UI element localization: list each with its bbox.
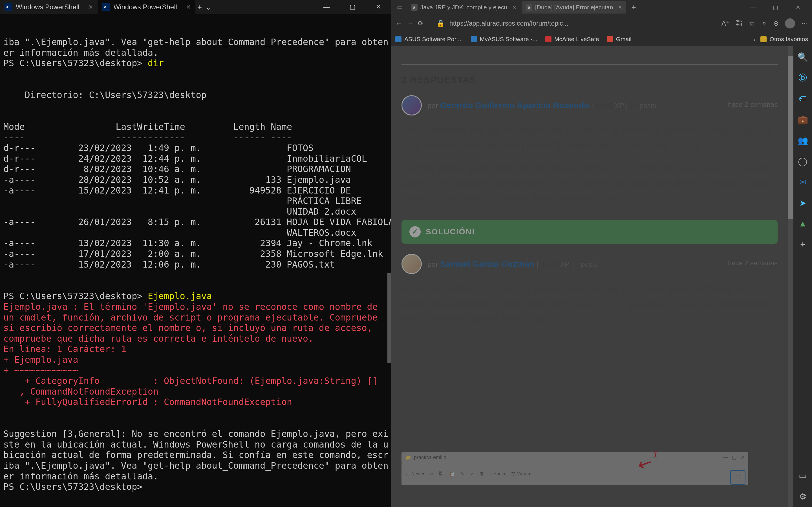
terminal-tab-1[interactable]: >_ Windows PowerShell ✕ [0,0,98,14]
browser-tab-1[interactable]: a Java JRE y JDK: compile y ejecu ✕ [407,1,520,13]
outlook-icon[interactable]: ✉ [798,177,808,187]
settings-icon[interactable]: ⚙ [798,491,808,501]
address-bar: ← → ⟳ 🔒 https://app.aluracursos.com/foru… [391,15,812,32]
maximize-icon[interactable]: ▢ [732,454,737,460]
send-icon[interactable]: ➤ [798,198,808,208]
bookmark-label: ASUS Software Port... [404,36,463,43]
folder-icon: 📁 [405,454,411,460]
browser-content: 2 RESPUESTAS hace 2 semanas por Gerardo … [391,46,812,507]
bookmark-myasus[interactable]: MyASUS Software -... [471,36,538,43]
scrollbar-thumb[interactable] [788,56,794,219]
terminal-tab-2[interactable]: >_ Windows PowerShell ✕ [98,0,195,14]
forward-icon[interactable]: → [407,19,413,27]
file-explorer-toolbar[interactable]: ⊕ New ▾ ✂ ⿻ 📋 ✎ ↗ 🗑 ↕ Sort ▾ ☰ View ▾ ⋯ [402,462,748,485]
games-icon[interactable]: 👥 [798,135,808,145]
reply-body: Es por el archivo esta tipo txt y debes … [402,281,777,327]
bookmark-gmail[interactable]: Gmail [607,36,631,43]
solution-label: SOLUCIÓN! [426,227,475,236]
close-icon[interactable]: ✕ [365,0,391,14]
close-icon[interactable]: ✕ [786,0,809,15]
favorite-icon[interactable]: ☆ [749,19,755,27]
copy-icon[interactable]: ⿻ [439,471,444,476]
reply-paragraph: Es por el archivo esta tipo txt y debes … [402,281,777,327]
author-link[interactable]: Gerardo Guillermo Aparicio Rosendo [440,101,589,110]
bookmark-label: Gmail [616,36,631,43]
solution-banner: ✓ SOLUCIÓN! [402,220,777,244]
browser-tab-2[interactable]: a [Duda] [Ayuda] Error ejecutan ✕ [522,1,626,13]
site-icon: a [525,4,532,11]
collapse-icon[interactable]: ▭ [798,470,808,481]
reply-stats: | 43.9k XP | 24 posts [591,102,656,110]
close-icon[interactable]: ✕ [618,4,622,10]
back-icon[interactable]: ← [395,19,402,27]
url-field[interactable]: https://app.aluracursos.com/forum/topic.… [449,20,568,27]
terminal-output[interactable]: iba ".\Ejemplo.java". Vea "get-help abou… [0,14,391,507]
file-explorer-titlebar[interactable]: 📁 practica emilio —▢✕ [402,452,748,462]
minimize-icon[interactable]: — [313,0,340,14]
reply-2: hace 2 semanas por Samuel Garcia Guzman … [402,254,777,327]
avatar[interactable] [402,95,422,115]
search-icon[interactable]: 🔍 [798,52,808,62]
bookmark-asus[interactable]: ASUS Software Port... [395,36,463,43]
view-button[interactable]: ☰ View ▾ [511,471,530,476]
page-scrollbar[interactable] [788,46,794,507]
address-bar-actions: A⁺ ⿻ ☆ ✧ ⊕ ⋯ [721,18,808,29]
dropdown-icon[interactable]: ⌄ [205,3,211,11]
forum-page[interactable]: 2 RESPUESTAS hace 2 semanas por Gerardo … [391,46,788,507]
browser-window-controls: — ▢ ✕ [742,0,809,15]
tab-actions-icon[interactable]: ▭ [394,4,406,11]
add-icon[interactable]: + [798,239,808,249]
minimize-icon[interactable]: — [742,0,764,15]
bookmarks-overflow-icon[interactable]: › [753,36,755,43]
refresh-icon[interactable]: ⟳ [418,19,423,27]
profile-avatar[interactable] [785,18,795,29]
lock-icon[interactable]: 🔒 [437,19,445,27]
site-icon: a [411,4,417,11]
reply-header: hace 2 semanas por Gerardo Guillermo Apa… [402,95,777,115]
maximize-icon[interactable]: ▢ [340,0,365,14]
powershell-icon: >_ [4,3,12,11]
other-favorites[interactable]: Otros favoritos [760,36,808,43]
cut-icon[interactable]: ✂ [430,471,434,476]
screenshot-tool-icon[interactable]: ⛶ [730,470,746,485]
share-icon[interactable]: ↗ [470,471,474,476]
maximize-icon[interactable]: ▢ [764,0,786,15]
new-tab-button[interactable]: + [627,3,640,12]
author-link[interactable]: Samuel Garcia Guzman [440,259,535,269]
close-icon[interactable]: ✕ [512,4,516,10]
translate-icon[interactable]: ⿻ [736,19,743,27]
window-controls: — ▢ ✕ [313,0,391,14]
scrollbar-thumb[interactable] [388,273,391,363]
bing-chat-icon[interactable]: ⓑ [798,73,808,83]
avatar[interactable] [402,254,422,274]
read-aloud-icon[interactable]: A⁺ [721,19,730,27]
onenote-icon[interactable]: ▲ [798,219,808,229]
paste-icon[interactable]: 📋 [449,471,455,476]
tab-title: [Duda] [Ayuda] Error ejecutan [535,4,613,11]
menu-icon[interactable]: ⋯ [801,19,808,27]
tools-icon[interactable]: 💼 [798,114,808,124]
office-icon[interactable]: ◯ [798,156,808,166]
delete-icon[interactable]: 🗑 [479,471,484,476]
tab-title: Java JRE y JDK: compile y ejecu [420,4,507,11]
favorites-star-icon[interactable]: ✧ [761,19,767,27]
close-icon[interactable]: ✕ [741,454,745,460]
close-icon[interactable]: ✕ [88,4,93,10]
new-button[interactable]: ⊕ New ▾ [406,471,424,476]
collections-icon[interactable]: ⊕ [773,19,779,27]
rename-icon[interactable]: ✎ [461,471,464,476]
new-tab-icon[interactable]: + [198,3,202,11]
tab-controls: + ⌄ [198,3,211,11]
reply-time: hace 2 semanas [728,259,777,267]
browser-window: ▭ a Java JRE y JDK: compile y ejecu ✕ a … [391,0,812,507]
close-icon[interactable]: ✕ [186,4,191,10]
reply-1: hace 2 semanas por Gerardo Guillermo Apa… [402,95,777,206]
sort-button[interactable]: ↕ Sort ▾ [490,471,506,476]
reply-meta: hace 2 semanas por Gerardo Guillermo Apa… [427,101,777,110]
bookmark-mcafee[interactable]: McAfee LiveSafe [545,36,599,43]
by-label: por [427,260,440,269]
minimize-icon[interactable]: — [723,454,728,460]
responses-heading: 2 RESPUESTAS [402,75,777,85]
shopping-icon[interactable]: 🏷 [798,94,808,104]
reply-header: hace 2 semanas por Samuel Garcia Guzman … [402,254,777,274]
